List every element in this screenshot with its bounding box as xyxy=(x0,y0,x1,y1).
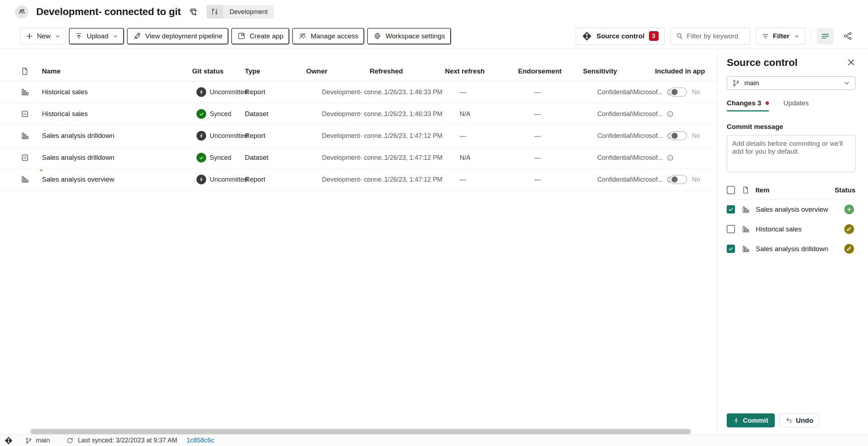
chevron-down-icon xyxy=(794,34,799,39)
change-list-item[interactable]: Sales analysis overview xyxy=(727,200,855,219)
list-view-button[interactable] xyxy=(817,28,834,44)
synced-status-icon xyxy=(196,109,206,119)
item-refreshed: 1/26/23, 1:47:12 PM xyxy=(384,154,442,162)
git-branch-icon xyxy=(732,79,740,87)
item-refreshed: 1/26/23, 1:46:33 PM xyxy=(384,110,442,118)
item-name[interactable]: Sales analysis overview xyxy=(42,176,114,183)
change-item-name: Sales analysis overview xyxy=(756,206,828,214)
tab-updates-label: Updates xyxy=(783,99,809,107)
create-app-button[interactable]: Create app xyxy=(231,28,289,44)
source-control-button[interactable]: Source control 3 xyxy=(576,28,664,45)
report-icon xyxy=(20,131,29,140)
branch-selector[interactable]: main xyxy=(727,76,855,90)
horizontal-scrollbar[interactable] xyxy=(30,429,691,434)
item-refreshed: 1/26/23, 1:46:33 PM xyxy=(384,88,442,96)
info-icon[interactable] xyxy=(667,154,674,161)
report-icon xyxy=(741,245,750,253)
toggle-label: No xyxy=(692,88,700,96)
search-icon xyxy=(676,32,683,40)
view-deployment-pipeline-button[interactable]: View deployment pipeline xyxy=(127,28,228,44)
included-in-app-toggle[interactable] xyxy=(670,175,687,184)
item-endorsement: — xyxy=(534,132,541,140)
item-sensitivity: Confidential\Microsof... xyxy=(597,132,674,140)
change-list-item[interactable]: Historical sales xyxy=(727,219,855,239)
git-status-cell: Uncommitted xyxy=(196,87,248,97)
new-item-sparkle-icon xyxy=(38,168,44,174)
close-icon[interactable] xyxy=(847,58,855,67)
commit-icon xyxy=(733,417,739,423)
table-row[interactable]: Historical sales Synced Dataset Developm… xyxy=(0,103,717,125)
item-name[interactable]: Historical sales xyxy=(42,110,88,118)
toggle-knob xyxy=(672,177,678,183)
toggle-label: No xyxy=(692,132,700,140)
column-header-owner[interactable]: Owner xyxy=(306,67,327,75)
column-header-refreshed[interactable]: Refreshed xyxy=(370,67,403,75)
item-checkbox[interactable] xyxy=(727,225,735,233)
item-checkbox[interactable] xyxy=(727,245,735,253)
table-row[interactable]: Sales analysis drilldown Synced Dataset … xyxy=(0,147,717,169)
uncommitted-status-icon xyxy=(196,87,206,97)
undo-button-label: Undo xyxy=(796,417,814,425)
column-header-name[interactable]: Name xyxy=(42,67,61,75)
select-all-checkbox[interactable] xyxy=(727,186,735,194)
column-header-next-refresh[interactable]: Next refresh xyxy=(445,67,485,75)
manage-access-button[interactable]: Manage access xyxy=(292,28,364,44)
column-header-git-status[interactable]: Git status xyxy=(192,67,224,75)
item-owner: Development- conne... xyxy=(322,110,387,118)
item-name[interactable]: Sales analysis drilldown xyxy=(42,154,114,162)
current-branch[interactable]: main xyxy=(25,437,50,444)
toolbar: New Upload xyxy=(0,24,868,49)
item-checkbox[interactable] xyxy=(727,205,735,214)
sync-icon[interactable] xyxy=(66,437,73,444)
gear-icon xyxy=(373,32,381,40)
commit-button-label: Commit xyxy=(743,417,768,425)
git-status-label: Uncommitted xyxy=(210,132,248,140)
last-synced-label: Last synced: 3/22/2023 at 9:37 AM xyxy=(78,437,177,444)
table-row[interactable]: Historical sales Uncommitted Report Deve… xyxy=(0,81,717,103)
toggle-label: No xyxy=(692,176,700,183)
source-control-panel: Source control main Changes 3 Updates Co xyxy=(717,49,868,435)
tab-updates[interactable]: Updates xyxy=(783,99,809,111)
included-in-app-toggle[interactable] xyxy=(670,131,687,140)
item-endorsement: — xyxy=(534,88,541,96)
item-name[interactable]: Sales analysis drilldown xyxy=(42,132,114,140)
commit-button[interactable]: Commit xyxy=(727,413,775,427)
column-header-included-in-app[interactable]: Included in app xyxy=(655,67,705,75)
item-sensitivity: Confidential\Microsof... xyxy=(597,88,674,96)
git-status-label: Uncommitted xyxy=(210,176,248,183)
upload-button[interactable]: Upload xyxy=(69,28,124,44)
column-header-sensitivity[interactable]: Sensitivity xyxy=(583,67,617,75)
synced-status-icon xyxy=(196,153,206,163)
lineage-view-button[interactable] xyxy=(839,28,856,44)
workspace-settings-button[interactable]: Workspace settings xyxy=(367,28,451,44)
item-next-refresh: N/A xyxy=(460,154,470,162)
column-header-endorsement[interactable]: Endorsement xyxy=(518,67,561,75)
new-button[interactable]: New xyxy=(20,28,66,44)
included-in-app-toggle[interactable] xyxy=(670,88,687,97)
column-header-type[interactable]: Type xyxy=(245,67,260,75)
undo-button[interactable]: Undo xyxy=(779,413,820,427)
new-button-label: New xyxy=(37,32,51,40)
status-column-label: Status xyxy=(835,186,855,194)
commit-message-label: Commit message xyxy=(727,123,855,131)
item-list: Name Git status Type Owner Refreshed Nex… xyxy=(0,49,717,435)
item-name[interactable]: Historical sales xyxy=(42,88,88,96)
table-row[interactable]: Sales analysis drilldown Uncommitted Rep… xyxy=(0,125,717,147)
filter-lines-icon xyxy=(762,33,769,40)
deployment-stage-badge[interactable]: Development xyxy=(207,5,274,19)
git-status-label: Synced xyxy=(210,154,231,162)
commit-hash-link[interactable]: 1c858c6c xyxy=(186,437,214,444)
item-name-label: Sales analysis overview xyxy=(42,176,114,183)
search-input[interactable] xyxy=(687,32,745,40)
premium-capacity-icon xyxy=(189,7,198,16)
table-row[interactable]: Sales analysis overview Uncommitted Repo… xyxy=(0,169,717,191)
change-list-item[interactable]: Sales analysis drilldown xyxy=(727,239,855,259)
workspace-avatar[interactable] xyxy=(15,5,28,19)
info-icon[interactable] xyxy=(667,110,674,118)
item-sensitivity: Confidential\Microsof... xyxy=(597,176,674,183)
commit-message-input[interactable] xyxy=(727,135,855,172)
tab-changes[interactable]: Changes 3 xyxy=(727,99,769,111)
modified-status-icon xyxy=(844,244,854,254)
filter-button[interactable]: Filter xyxy=(756,28,805,45)
toggle-knob xyxy=(672,89,678,95)
